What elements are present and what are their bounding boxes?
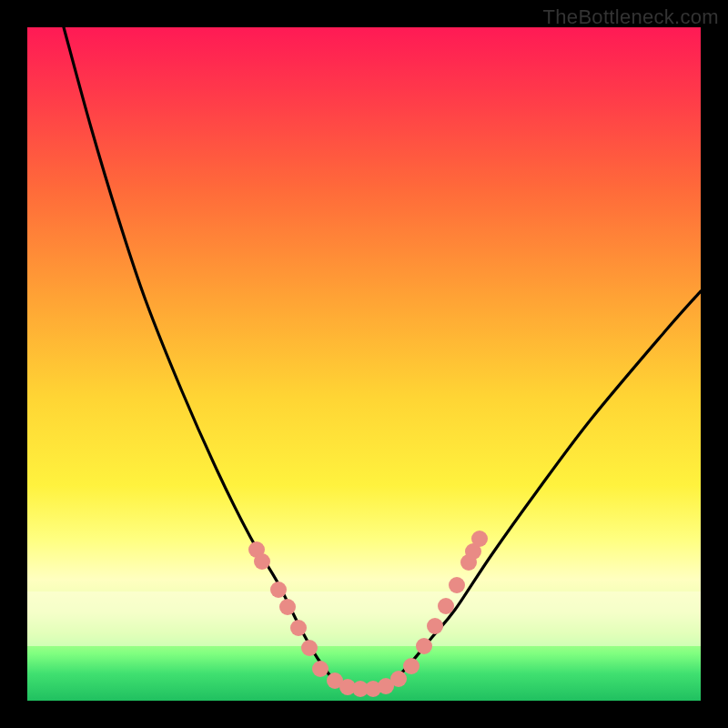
- highlight-dot: [339, 679, 356, 695]
- highlight-dot: [352, 681, 369, 697]
- highlight-dot: [248, 541, 265, 558]
- highlight-dots: [248, 531, 488, 697]
- highlight-dot: [312, 661, 329, 677]
- highlight-dot: [301, 640, 318, 656]
- pale-band: [27, 592, 701, 646]
- highlight-dot: [416, 638, 432, 654]
- highlight-dot: [254, 553, 270, 570]
- curve-layer: [27, 27, 701, 701]
- highlight-dot: [460, 554, 477, 571]
- highlight-dot: [270, 581, 287, 598]
- plot-area: [27, 27, 701, 701]
- highlight-dot: [403, 658, 420, 674]
- highlight-dot: [279, 599, 296, 615]
- highlight-dot: [365, 681, 381, 697]
- chart-stage: TheBottleneck.com: [0, 0, 728, 728]
- highlight-dot: [471, 531, 488, 547]
- highlight-dot: [465, 543, 481, 560]
- highlight-dot: [427, 618, 443, 634]
- watermark-text: TheBottleneck.com: [543, 5, 719, 29]
- highlight-dot: [449, 577, 465, 593]
- highlight-dot: [390, 671, 407, 687]
- bottleneck-curve: [64, 27, 701, 691]
- highlight-dot: [327, 672, 343, 689]
- highlight-dot: [438, 598, 454, 614]
- highlight-dot: [290, 620, 307, 636]
- highlight-dot: [378, 678, 394, 694]
